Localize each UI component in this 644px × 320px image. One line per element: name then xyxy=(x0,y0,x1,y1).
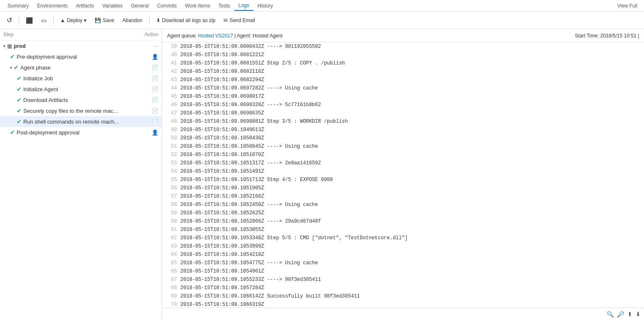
log-line: 512018-05-15T10:51:09.1050845Z ----> Usi… xyxy=(162,142,644,151)
prod-label: prod xyxy=(14,43,26,49)
line-text: 2018-05-15T10:51:09.1050845Z ----> Using… xyxy=(180,143,318,150)
line-number: 49 xyxy=(165,126,177,134)
run-shell-action-icon: 📄 xyxy=(152,119,158,125)
tab-work-items[interactable]: Work Items xyxy=(181,1,214,10)
sidebar-item-initialize-agent[interactable]: ✔ Initialize Agent 📄 xyxy=(0,84,162,94)
tab-general[interactable]: General xyxy=(127,1,153,10)
line-number: 62 xyxy=(165,234,177,242)
run-shell-label: Run shell commands on remote mach... xyxy=(23,119,119,125)
log-line: 472018-05-15T10:51:09.0698635Z xyxy=(162,109,644,117)
prod-db-icon: ▦ xyxy=(7,43,12,49)
log-line: 652018-05-15T10:51:09.1054775Z ----> Usi… xyxy=(162,259,644,267)
deploy-label: Deploy xyxy=(67,17,82,23)
sidebar-item-pre-deployment[interactable]: ✔ Pre-deployment approval 👤 xyxy=(0,51,162,62)
collapse-icon: ▭ xyxy=(41,17,47,24)
line-text: 2018-05-15T10:51:09.1052866Z ----> 29a9c… xyxy=(180,218,321,225)
line-number: 40 xyxy=(165,51,177,59)
line-text: 2018-05-15T10:51:09.1054775Z ----> Using… xyxy=(180,259,318,267)
agent-phase-check-icon: ✔ xyxy=(14,64,19,71)
deploy-button[interactable]: ▲ Deploy ▾ xyxy=(57,16,90,25)
line-text: 2018-05-15T10:51:09.1051713Z Step 4/5 : … xyxy=(180,176,333,184)
line-text: 2018-05-15T10:51:09.1052625Z xyxy=(180,209,264,217)
line-text: 2018-05-15T10:51:09.1057284Z xyxy=(180,284,264,292)
agent-queue-label: Agent queue: xyxy=(167,33,197,39)
save-button[interactable]: 💾 Save xyxy=(91,16,117,25)
tab-artifacts[interactable]: Artifacts xyxy=(72,1,98,10)
log-line: 392018-05-15T10:51:09.0000432Z ----> 901… xyxy=(162,42,644,51)
download-artifacts-check-icon: ✔ xyxy=(17,97,22,103)
line-text: 2018-05-15T10:51:09.1066319Z xyxy=(180,301,264,308)
agent-label: | Agent: Hosted Agent xyxy=(234,33,283,39)
tab-history[interactable]: History xyxy=(253,1,277,10)
prod-expand-icon: ▾ xyxy=(3,44,5,48)
scroll-bottom-icon[interactable]: ⬇ xyxy=(636,311,641,318)
log-header-left: Agent queue: Hosted VS2017 | Agent: Host… xyxy=(167,33,283,39)
line-text: 2018-05-15T10:51:09.1054218Z xyxy=(180,251,264,258)
tab-tests[interactable]: Tests xyxy=(214,1,234,10)
agent-queue-link[interactable]: Hosted VS2017 xyxy=(198,33,233,39)
log-line: 522018-05-15T10:51:09.1051070Z xyxy=(162,151,644,159)
log-content[interactable]: 392018-05-15T10:51:09.0000432Z ----> 901… xyxy=(162,42,644,308)
sidebar-item-agent-phase[interactable]: ▾ ✔ Agent phase 📄 xyxy=(0,62,162,73)
line-text: 2018-05-15T10:51:09.1053999Z xyxy=(180,243,264,250)
agent-phase-label: Agent phase xyxy=(20,64,51,71)
sidebar-item-post-deployment[interactable]: ✔ Post-deployment approval 👤 xyxy=(0,127,162,138)
log-line: 612018-05-15T10:51:09.1053055Z xyxy=(162,226,644,234)
tab-summary[interactable]: Summary xyxy=(3,1,33,10)
refresh-button[interactable]: ↺ xyxy=(3,15,15,26)
line-number: 51 xyxy=(165,143,177,150)
post-deployment-action-icon: 👤 xyxy=(152,129,158,136)
log-line: 702018-05-15T10:51:09.1066319Z xyxy=(162,300,644,308)
view-full-link[interactable]: View Full xyxy=(617,3,641,9)
screenshot-button[interactable]: ⬛ xyxy=(22,15,36,25)
step-column-header: Step xyxy=(3,32,14,37)
sidebar-item-initialize-job[interactable]: ✔ Initialize Job 📄 xyxy=(0,73,162,84)
tab-logs[interactable]: Logs xyxy=(234,1,253,11)
line-number: 52 xyxy=(165,151,177,159)
line-number: 46 xyxy=(165,101,177,109)
line-number: 50 xyxy=(165,134,177,142)
log-line: 422018-05-15T10:51:09.0682116Z xyxy=(162,67,644,76)
log-line: 692018-05-15T10:51:09.1066142Z Successfu… xyxy=(162,292,644,300)
prod-left: ▾ ▦ prod xyxy=(3,43,153,49)
sidebar-item-prod[interactable]: ▾ ▦ prod ··· xyxy=(0,40,162,51)
agent-phase-expand-icon: ▾ xyxy=(10,65,12,70)
line-number: 64 xyxy=(165,251,177,258)
log-line: 682018-05-15T10:51:09.1057284Z xyxy=(162,284,644,292)
log-header-right: Start Time: 2018/5/15 10:51 | xyxy=(575,33,639,39)
post-deployment-check-icon: ✔ xyxy=(10,129,15,136)
sidebar-item-run-shell[interactable]: ✔ Run shell commands on remote mach... 📄 xyxy=(0,116,162,127)
line-text: 2018-05-15T10:51:09.1052166Z xyxy=(180,193,264,200)
main-layout: Step Action ▾ ▦ prod ··· ✔ Pre-deploymen… xyxy=(0,29,644,320)
line-number: 54 xyxy=(165,168,177,175)
log-line: 412018-05-15T10:51:09.0681551Z Step 2/5 … xyxy=(162,59,644,67)
line-number: 47 xyxy=(165,109,177,117)
sidebar-item-download-artifacts[interactable]: ✔ Download Artifacts 📄 xyxy=(0,94,162,105)
email-icon: ✉ xyxy=(224,17,228,23)
line-text: 2018-05-15T10:51:09.1052450Z ----> Using… xyxy=(180,201,318,208)
tab-environments[interactable]: Environments xyxy=(33,1,71,10)
zoom-in-icon[interactable]: 🔍 xyxy=(607,311,614,318)
deploy-icon: ▲ xyxy=(60,17,65,23)
sidebar-item-securely-copy[interactable]: ✔ Securely copy files to the remote mac.… xyxy=(0,105,162,116)
scroll-top-icon[interactable]: ⬆ xyxy=(627,311,632,318)
securely-copy-check-icon: ✔ xyxy=(17,107,22,114)
refresh-icon: ↺ xyxy=(7,16,12,24)
run-shell-left: ✔ Run shell commands on remote mach... xyxy=(17,118,152,125)
abandon-button[interactable]: Abandon xyxy=(119,16,146,25)
tab-commits[interactable]: Commits xyxy=(153,1,181,10)
log-line: 552018-05-15T10:51:09.1051713Z Step 4/5 … xyxy=(162,176,644,184)
line-number: 45 xyxy=(165,93,177,100)
initialize-job-left: ✔ Initialize Job xyxy=(17,75,152,82)
tab-variables[interactable]: Variables xyxy=(98,1,127,10)
line-text: 2018-05-15T10:51:09.0698635Z xyxy=(180,109,264,117)
collapse-button[interactable]: ▭ xyxy=(38,15,50,25)
zoom-out-icon[interactable]: 🔎 xyxy=(617,311,624,318)
line-text: 2018-05-15T10:51:09.1050430Z xyxy=(180,134,264,142)
prod-ellipsis-button[interactable]: ··· xyxy=(153,42,158,49)
initialize-agent-label: Initialize Agent xyxy=(23,86,58,92)
send-email-button[interactable]: ✉ Send Email xyxy=(220,16,258,25)
download-logs-button[interactable]: ⬇ Download all logs as zip xyxy=(153,16,219,25)
line-number: 42 xyxy=(165,68,177,75)
initialize-job-label: Initialize Job xyxy=(23,75,53,82)
